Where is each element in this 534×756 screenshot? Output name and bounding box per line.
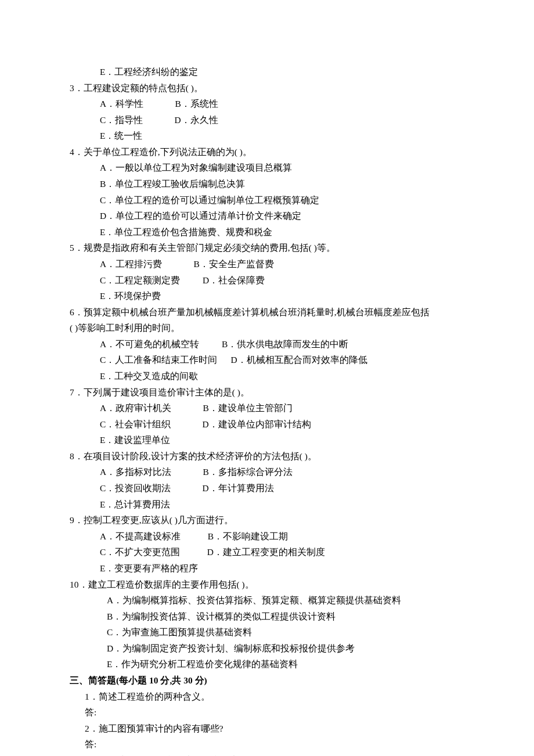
q3-options-row2: C．指导性 D．永久性 — [70, 112, 467, 128]
q10-option-a: A．为编制概算指标、投资估算指标、预算定额、概算定额提供基础资料 — [70, 592, 467, 609]
q10-option-d: D．为编制固定资产投资计划、编制标底和投标报价提供参考 — [70, 640, 467, 657]
section3-q2: 2．施工图预算审计的内容有哪些? — [70, 721, 467, 737]
q4-option-a: A．一般以单位工程为对象编制建设项目总概算 — [70, 160, 467, 176]
q6-options-row2: C．人工准备和结束工作时间 D．机械相互配合而对效率的降低 — [70, 352, 467, 368]
q9-stem: 9．控制工程变更,应该从( )几方面进行。 — [70, 512, 467, 528]
q4-option-e: E．单位工程造价包含措施费、规费和税金 — [70, 224, 467, 240]
q4-option-d: D．单位工程的造价可以通过清单计价文件来确定 — [70, 208, 467, 224]
q3-options-row1: A．科学性 B．系统性 — [70, 96, 467, 112]
q8-options-row3: E．总计算费用法 — [70, 496, 467, 513]
q5-options-row1: A．工程排污费 B．安全生产监督费 — [70, 256, 467, 272]
q3-options-row3: E．统一性 — [70, 128, 467, 144]
section3-q1-answer: 答: — [70, 704, 467, 721]
q7-options-row1: A．政府审计机关 B．建设单位主管部门 — [70, 400, 467, 416]
q7-options-row3: E．建设监理单位 — [70, 432, 467, 448]
q8-options-row1: A．多指标对比法 B．多指标综合评分法 — [70, 464, 467, 480]
q4-option-c: C．单位工程的造价可以通过编制单位工程概预算确定 — [70, 192, 467, 208]
q9-options-row3: E．变更要有严格的程序 — [70, 560, 467, 577]
q5-stem: 5．规费是指政府和有关主管部门规定必须交纳的费用,包括( )等。 — [70, 240, 467, 256]
q5-options-row3: E．环境保护费 — [70, 288, 467, 304]
q10-option-b: B．为编制投资估算、设计概算的类似工程提供设计资料 — [70, 609, 467, 625]
section3-q3: 3．何谓建设项目的竣工结算、竣工决算? — [70, 753, 467, 756]
q8-options-row2: C．投资回收期法 D．年计算费用法 — [70, 480, 467, 496]
q3-stem: 3．工程建设定额的特点包括( )。 — [70, 80, 467, 96]
q9-options-row1: A．不提高建设标准 B．不影响建设工期 — [70, 528, 467, 545]
q6-stem-line2: ( )等影响工时利用的时间。 — [70, 320, 467, 336]
q10-option-e: E．作为研究分析工程造价变化规律的基础资料 — [70, 656, 467, 672]
q6-options-row1: A．不可避免的机械空转 B．供水供电故障而发生的中断 — [70, 336, 467, 352]
q6-options-row3: E．工种交叉造成的间歇 — [70, 368, 467, 384]
section3-q1: 1．简述工程造价的两种含义。 — [70, 689, 467, 705]
q6-stem-line1: 6．预算定额中机械台班产量加机械幅度差计算机械台班消耗量时,机械台班幅度差应包括 — [70, 304, 467, 321]
q4-option-b: B．单位工程竣工验收后编制总决算 — [70, 176, 467, 192]
q8-stem: 8．在项目设计阶段,设计方案的技术经济评价的方法包括( )。 — [70, 448, 467, 465]
q4-stem: 4．关于单位工程造价,下列说法正确的为( )。 — [70, 144, 467, 160]
q7-stem: 7．下列属于建设项目造价审计主体的是( )。 — [70, 384, 467, 401]
section3-title: 三、简答题(每小题 10 分,共 30 分) — [70, 672, 467, 689]
q5-options-row2: C．工程定额测定费 D．社会保障费 — [70, 272, 467, 289]
q9-options-row2: C．不扩大变更范围 D．建立工程变更的相关制度 — [70, 544, 467, 560]
q7-options-row2: C．社会审计组织 D．建设单位内部审计结构 — [70, 416, 467, 433]
q10-option-c: C．为审查施工图预算提供基础资料 — [70, 624, 467, 640]
q10-stem: 10．建立工程造价数据库的主要作用包括( )。 — [70, 577, 467, 593]
q2-option-e: E．工程经济纠纷的鉴定 — [70, 64, 467, 80]
exam-page: E．工程经济纠纷的鉴定 3．工程建设定额的特点包括( )。 A．科学性 B．系统… — [0, 0, 534, 756]
section3-q2-answer: 答: — [70, 736, 467, 753]
